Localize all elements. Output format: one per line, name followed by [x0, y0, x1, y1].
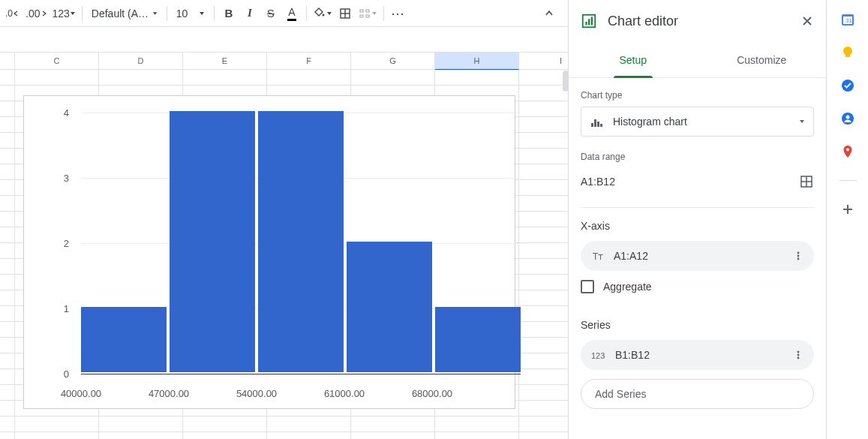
font-family-label: Default (Ari…: [92, 8, 149, 20]
font-family-select[interactable]: Default (Ari…: [87, 4, 162, 23]
column-header[interactable]: E: [183, 52, 267, 70]
column-header[interactable]: F: [267, 52, 351, 70]
font-size-select[interactable]: 10: [172, 4, 209, 23]
svg-text:Tᴛ: Tᴛ: [593, 251, 603, 262]
aggregate-checkbox[interactable]: Aggregate: [581, 280, 814, 293]
add-series-label: Add Series: [595, 388, 646, 400]
contacts-addon-button[interactable]: [840, 111, 855, 126]
chart-type-select[interactable]: Histogram chart: [581, 107, 814, 137]
chart-bar: [258, 111, 344, 372]
svg-text:31: 31: [845, 17, 852, 24]
y-tick: 0: [54, 368, 69, 380]
increase-decimal-label: .00: [26, 8, 40, 20]
more-toolbar-button[interactable]: ⋯: [389, 4, 408, 23]
y-tick: 3: [54, 173, 69, 184]
svg-point-18: [797, 258, 800, 260]
divider: [581, 207, 814, 208]
chart-bar: [170, 111, 255, 372]
separator: [214, 6, 215, 21]
close-panel-button[interactable]: [800, 14, 814, 28]
panel-tabs: Setup Customize: [569, 42, 826, 78]
svg-rect-5: [585, 22, 587, 26]
svg-point-29: [846, 149, 849, 152]
svg-point-28: [845, 116, 849, 119]
svg-rect-9: [594, 119, 596, 127]
separator: [306, 6, 307, 21]
decrease-decimal-button[interactable]: .0: [3, 4, 23, 23]
xaxis-value: A1:A12: [614, 250, 648, 262]
number-type-icon: 123: [591, 350, 606, 360]
more-icon: ⋯: [391, 5, 406, 22]
italic-button[interactable]: I: [240, 4, 260, 23]
chart-object[interactable]: 0 1 2 3 4 40000.00 47000.00 54000.00 610…: [23, 95, 515, 409]
x-tick: 68000.00: [412, 388, 452, 399]
more-formats-label: 123: [52, 8, 69, 20]
chevron-down-icon: [152, 11, 158, 17]
calendar-icon: 31: [840, 12, 855, 27]
chart-type-value: Histogram chart: [613, 116, 687, 128]
chart-bar: [81, 307, 167, 372]
column-header[interactable]: G: [351, 52, 435, 70]
keep-addon-button[interactable]: [840, 45, 855, 60]
tasks-icon: [840, 78, 855, 93]
x-tick: 47000.00: [149, 388, 189, 399]
merge-cells-button[interactable]: [356, 4, 379, 23]
series-chip[interactable]: 123 B1:B12: [581, 340, 814, 370]
borders-button[interactable]: [335, 4, 355, 23]
aggregate-label: Aggregate: [603, 281, 652, 293]
svg-rect-8: [591, 123, 593, 127]
column-header[interactable]: C: [15, 52, 99, 70]
more-vert-icon: [793, 350, 803, 360]
strikethrough-button[interactable]: S: [261, 4, 281, 23]
merge-icon: [358, 7, 371, 20]
series-more-button[interactable]: [788, 345, 808, 365]
select-range-button[interactable]: [799, 174, 814, 189]
calendar-addon-button[interactable]: 31: [840, 12, 855, 27]
text-color-button[interactable]: A: [282, 4, 302, 23]
separator: [383, 6, 384, 21]
svg-point-22: [797, 357, 800, 359]
data-range-label: Data range: [581, 152, 814, 162]
tab-setup[interactable]: Setup: [569, 42, 698, 77]
histogram-icon: [589, 114, 604, 129]
series-value: B1:B12: [615, 349, 650, 361]
chevron-down-icon: [798, 118, 806, 125]
chevron-down-icon: [199, 11, 205, 17]
x-tick: 61000.00: [324, 388, 365, 399]
text-type-icon: Tᴛ: [591, 249, 605, 263]
tasks-addon-button[interactable]: [840, 78, 855, 93]
column-header[interactable]: [0, 52, 15, 70]
maps-addon-button[interactable]: [840, 144, 855, 159]
column-header[interactable]: D: [99, 52, 183, 70]
chart-editor-icon: [581, 13, 597, 29]
text-color-icon: A: [288, 6, 295, 20]
chart-editor-panel: Chart editor Setup Customize Chart type …: [568, 0, 826, 439]
svg-point-20: [797, 351, 800, 353]
toolbar: .0 .00 123 Default (Ari… 10 B I S A ⋯: [0, 0, 568, 27]
xaxis-more-button[interactable]: [788, 246, 808, 266]
bold-button[interactable]: B: [219, 4, 239, 23]
x-tick: 54000.00: [236, 388, 277, 399]
plus-icon: [840, 202, 855, 217]
collapse-toolbar-button[interactable]: [539, 4, 559, 23]
chart-type-label: Chart type: [581, 90, 814, 101]
data-range-value: A1:B12: [581, 176, 615, 188]
series-section-label: Series: [581, 319, 814, 331]
font-size-label: 10: [176, 8, 188, 20]
spreadsheet-area: C D E F G H I 0 1: [0, 27, 568, 439]
xaxis-chip[interactable]: Tᴛ A1:A12: [581, 241, 814, 271]
svg-rect-7: [591, 17, 593, 26]
add-series-button[interactable]: Add Series: [581, 379, 814, 409]
svg-rect-6: [588, 19, 590, 25]
strike-icon: S: [267, 7, 275, 20]
more-formats-button[interactable]: 123: [50, 4, 77, 23]
panel-body: Chart type Histogram chart Data range A1…: [569, 78, 826, 439]
get-addons-button[interactable]: [840, 202, 855, 217]
svg-text:123: 123: [591, 351, 605, 360]
increase-decimal-button[interactable]: .00: [24, 4, 49, 23]
separator: [82, 6, 83, 21]
column-header-selected[interactable]: H: [435, 52, 519, 70]
tab-customize[interactable]: Customize: [698, 42, 827, 77]
fill-color-button[interactable]: [311, 4, 334, 23]
chevron-up-icon: [545, 9, 554, 18]
